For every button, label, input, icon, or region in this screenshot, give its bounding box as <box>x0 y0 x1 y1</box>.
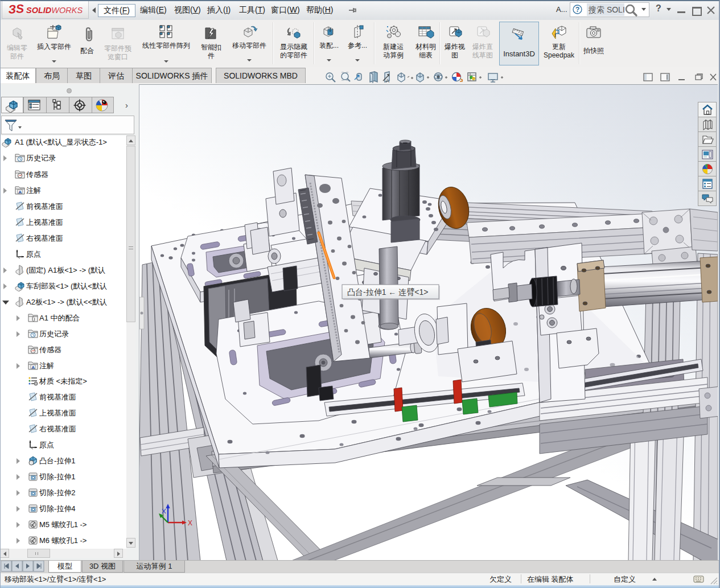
svg-text:凸台-拉伸1 ← 连臂<1>: 凸台-拉伸1 ← 连臂<1> <box>347 287 428 297</box>
svg-text:?: ? <box>575 6 579 14</box>
svg-text:A: A <box>386 78 389 84</box>
svg-text:X: X <box>188 519 192 527</box>
svg-text:SOLIDWORKS: SOLIDWORKS <box>26 6 83 15</box>
svg-text:ЗS: ЗS <box>8 2 24 16</box>
svg-text:!: ! <box>554 32 556 38</box>
